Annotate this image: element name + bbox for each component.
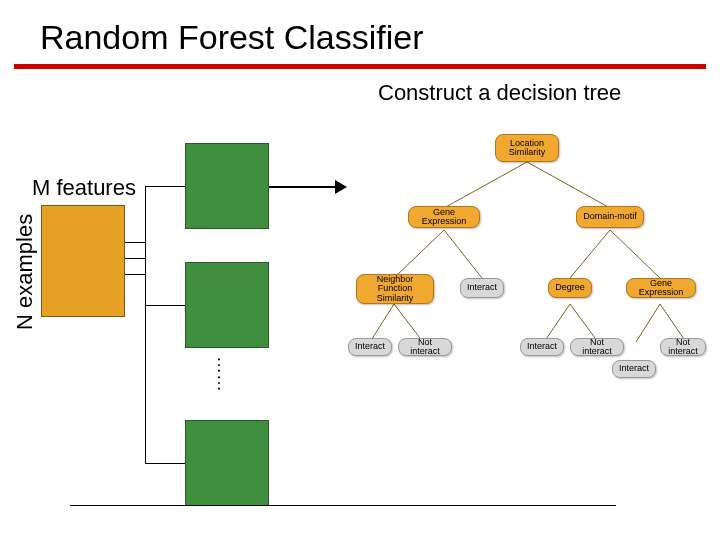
bootstrap-sample-box: [185, 420, 269, 506]
tree-leaf: Interact: [612, 360, 656, 378]
tree-leaf: Not interact: [660, 338, 706, 356]
svg-line-3: [444, 230, 482, 278]
connector-line: [145, 186, 185, 187]
arrow-head-icon: [335, 180, 347, 194]
tree-leaf: Interact: [520, 338, 564, 356]
bootstrap-sample-box: [185, 143, 269, 229]
title-underline: [14, 64, 706, 69]
tree-node: Domain-motif: [576, 206, 644, 228]
ellipsis-vertical: ……: [222, 356, 226, 392]
svg-line-4: [570, 230, 610, 278]
connector-line: [125, 274, 145, 275]
svg-line-10: [636, 304, 660, 342]
tree-node-root: Location Similarity: [495, 134, 559, 162]
connector-line: [125, 242, 145, 243]
m-features-label: M features: [32, 175, 136, 201]
tree-node: Degree: [548, 278, 592, 298]
svg-line-6: [370, 304, 394, 342]
arrow: [269, 186, 337, 188]
decision-tree: Location Similarity Gene Expression Doma…: [348, 128, 706, 388]
bootstrap-sample-box: [185, 262, 269, 348]
connector-line: [145, 463, 185, 464]
tree-node: Neighbor Function Similarity: [356, 274, 434, 304]
tree-node: Gene Expression: [408, 206, 480, 228]
connector-line: [145, 305, 185, 306]
svg-line-2: [394, 230, 444, 278]
bottom-rule: [70, 505, 616, 506]
tree-leaf: Interact: [348, 338, 392, 356]
n-examples-label: N examples: [12, 214, 38, 330]
subtitle: Construct a decision tree: [378, 80, 621, 106]
connector-line: [125, 258, 145, 259]
slide-title: Random Forest Classifier: [40, 18, 424, 57]
svg-line-0: [444, 162, 527, 208]
svg-line-8: [544, 304, 570, 342]
tree-leaf: Not interact: [398, 338, 452, 356]
tree-leaf: Interact: [460, 278, 504, 298]
svg-line-1: [527, 162, 610, 208]
tree-leaf: Not interact: [570, 338, 624, 356]
svg-line-5: [610, 230, 660, 278]
connector-line: [145, 186, 146, 463]
tree-node: Gene Expression: [626, 278, 696, 298]
source-dataset-box: [41, 205, 125, 317]
